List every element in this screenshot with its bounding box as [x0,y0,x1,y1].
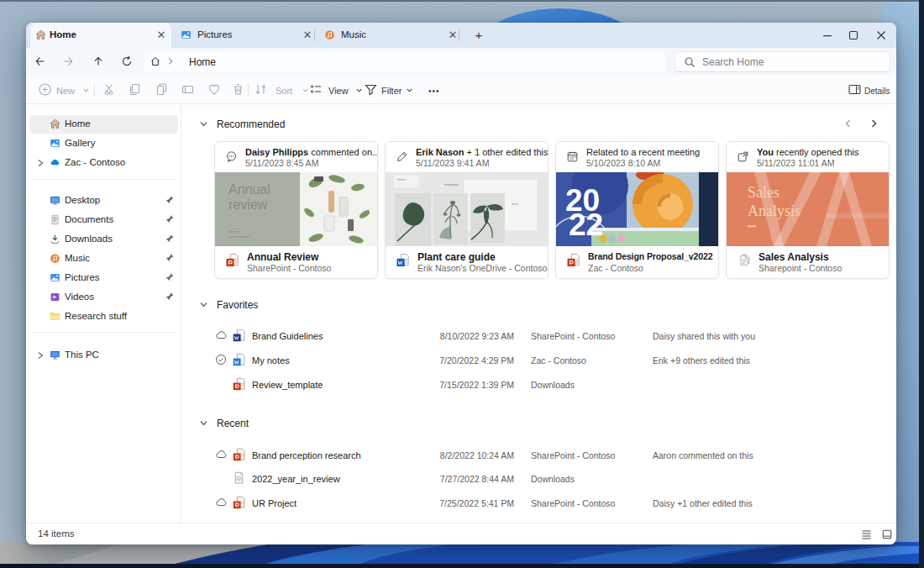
svg-text:Sales: Sales [748,184,780,201]
svg-text:Analysis: Analysis [748,202,801,219]
svg-text:review: review [228,197,268,212]
svg-text:Annual: Annual [228,182,270,197]
svg-text:22: 22 [569,208,603,242]
